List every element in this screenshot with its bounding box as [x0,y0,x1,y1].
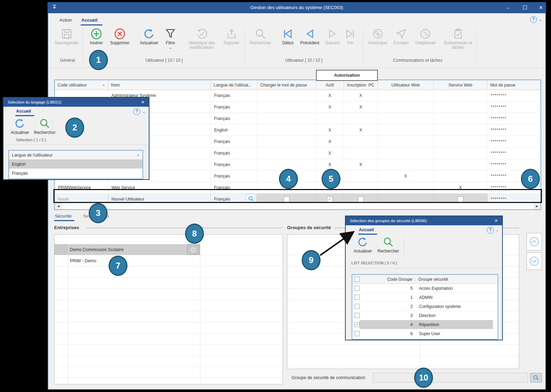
filter-button[interactable]: Filtre ⌄ [161,28,179,48]
close-button[interactable]: ✕ [536,2,546,13]
group-checkbox[interactable] [354,295,360,300]
group-label-general: Général [52,58,82,63]
window-title: Gestion des utilisateurs du système (SEC… [47,2,546,13]
dialog-refresh-button[interactable]: Actualiser [8,118,31,135]
close-icon[interactable]: ✕ [494,218,498,223]
insert-button[interactable]: Insérer [86,28,107,45]
col-actif[interactable]: Actif [316,80,344,90]
group-row-selected[interactable]: ✓ 4 Répartition [352,320,498,329]
help-control[interactable]: ? ⌄ [530,16,542,23]
groups-list-header[interactable]: Code Groupe Groupe sécurité [352,275,498,284]
group-row[interactable]: 1 ADMIN [352,293,498,302]
comm-group-input[interactable] [373,373,528,383]
previous-button[interactable]: Précédent [297,28,323,45]
col-mot-de-passe[interactable]: Mot de passe [487,80,541,90]
ribbon-bottom-divider [48,68,545,68]
col-changer-mot-de-passe[interactable]: Changer le mot de passe [257,80,316,90]
col-utilisateur-web[interactable]: Utilisateur Web [378,80,434,90]
group-checkbox[interactable] [354,286,360,291]
group-row[interactable]: 5 Accès Exportation [352,284,498,293]
change-pw-checkbox[interactable] [284,196,289,202]
dialog-help[interactable]: ?⌄ [487,227,499,234]
history-modifications-button[interactable]: Historique des modifications [182,28,221,50]
help-icon[interactable]: ? [530,16,537,23]
callout-4: 4 [279,169,298,189]
group-row[interactable]: 3 Direction [352,311,498,320]
group-checkbox[interactable] [354,313,360,318]
scroll-right-icon[interactable]: ▶ [534,203,540,209]
send-icon [395,28,407,40]
tab-securite[interactable]: Sécurité [55,213,72,219]
refresh-icon [143,28,155,40]
group-checkbox[interactable] [354,304,360,309]
col-langue[interactable]: Langue de l'utilisat... [211,80,257,90]
move-down-button[interactable] [527,252,542,270]
delete-button[interactable]: Supprimer [107,28,133,45]
search-button[interactable]: Rechercher [247,28,274,45]
col-inscription-pc[interactable]: Inscription PC [344,80,378,90]
events-tasks-button[interactable]: Évènements et tâches [441,28,475,50]
ribbon-separator [476,28,477,64]
close-icon[interactable]: ✕ [141,100,145,105]
col-code-utilisateur[interactable]: Code utilisateur▲ [55,80,108,90]
phone-button[interactable]: Téléphoner [412,28,439,45]
events-tasks-icon [452,28,464,40]
select-all-checkbox[interactable] [354,277,360,282]
export-button[interactable]: Exporter [221,28,242,45]
col-service-web[interactable]: Service Web [434,80,487,90]
first-button[interactable]: Début [279,28,297,45]
window-icon[interactable] [52,4,57,10]
chevron-down-icon[interactable]: ⌄ [539,17,542,22]
users-table-header[interactable]: Code utilisateur▲ Nom Langue de l'utilis… [55,80,541,90]
scroll-left-icon[interactable]: ◀ [55,203,61,209]
language-option-english[interactable]: English [9,160,142,168]
filter-dropdown-icon[interactable]: ⌄ [169,46,172,48]
language-list-header[interactable]: Langue de l'utilisateur▲ [9,151,142,160]
tab-accueil[interactable]: Accueil [81,17,97,23]
dialog-tab-accueil[interactable]: Accueil [359,227,374,232]
dialog-tab-underline [358,234,377,235]
callout-7: 7 [109,256,127,276]
group-checkbox[interactable]: ✓ [354,322,360,327]
language-option-francais[interactable]: Français [9,168,142,178]
entreprise-settings-button[interactable]: ⚙ [187,244,199,255]
dialog-search-button[interactable]: Rechercher [376,236,401,254]
col-nom[interactable]: Nom [108,80,211,90]
history-button[interactable]: Historique [365,28,390,45]
dialog-title: Sélection du langage (LIB011) [8,100,61,104]
last-button[interactable]: Fin [343,28,358,45]
dialog-tab-accueil[interactable]: Accueil [16,109,31,114]
tab-action[interactable]: Action [59,17,72,23]
next-icon [326,28,338,40]
group-label-communications: Communications et tâches [365,58,470,63]
dialog-help[interactable]: ?⌄ [133,108,146,115]
table-row[interactable]: PRIMWebServiceWeb ServiceFrançaisX******… [55,182,541,194]
callout-1: 1 [89,50,108,70]
security-groups-dialog: Sélection des groupes de sécurité (LIB00… [345,216,503,340]
refresh-button[interactable]: Actualiser [137,28,161,45]
next-button[interactable]: Suivant [323,28,342,45]
horizontal-scrollbar[interactable]: ◀ ▶ [55,202,541,209]
search-icon [533,375,539,381]
send-button[interactable]: Envoyer [390,28,412,45]
chevron-down-icon: ⌄ [495,228,499,233]
move-up-button[interactable] [527,233,542,250]
phone-icon [419,28,431,40]
service-web-checkbox[interactable] [457,196,463,202]
help-icon[interactable]: ? [487,227,494,234]
help-icon[interactable]: ? [133,108,140,115]
minimize-button[interactable]: – [503,2,513,13]
group-row[interactable]: 2 Configuration système [352,302,498,311]
actif-checkbox[interactable]: ✓ [327,196,333,202]
entreprise-row-selected[interactable]: Demo Commission Scolaire [68,244,200,255]
save-button[interactable]: Sauvegarder [53,28,80,45]
group-checkbox[interactable] [354,331,360,336]
dialog-divider [6,144,147,145]
callout-10: 10 [414,368,433,388]
inscription-pc-checkbox[interactable] [358,196,364,202]
dialog-search-button[interactable]: Rechercher [32,118,57,135]
comm-group-lookup-button[interactable] [530,373,542,383]
row-selector-cell[interactable] [54,244,68,255]
group-row[interactable]: 6 Super User [352,329,498,338]
entreprise-row[interactable]: PRIM - Demo [68,255,200,266]
